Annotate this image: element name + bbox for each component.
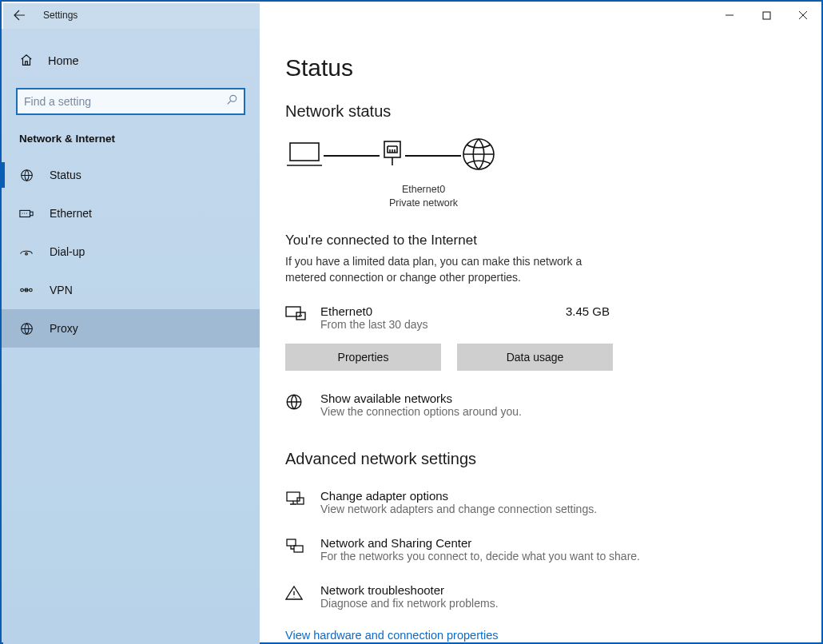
show-available-networks[interactable]: Show available networks View the connect… [285,392,789,418]
sharing-icon [285,536,306,563]
sidebar-item-label: Proxy [50,322,78,335]
sidebar: Home Network & Internet Status [2,29,260,642]
sidebar-item-label: Status [50,169,82,181]
svg-rect-3 [20,210,30,217]
home-label: Home [48,54,79,67]
adv-title: Network troubleshooter [320,583,499,597]
search-container [16,88,245,115]
available-sub: View the connection options around you. [320,405,522,418]
section-network-status: Network status [285,102,789,121]
search-input[interactable] [16,88,245,115]
svg-rect-13 [286,307,300,316]
globe-icon [285,392,306,418]
ethernet-card-icon [285,304,306,325]
network-sharing-center[interactable]: Network and Sharing Center For the netwo… [285,536,789,563]
adv-sub: Diagnose and fix network problems. [320,597,499,610]
connection-usage: 3.45 GB [566,304,613,318]
sidebar-item-label: Ethernet [50,207,92,220]
sidebar-item-status[interactable]: Status [2,156,260,194]
svg-rect-4 [30,212,34,216]
adv-title: Network and Sharing Center [320,536,640,550]
close-button[interactable] [785,2,821,29]
connected-description: If you have a limited data plan, you can… [285,253,621,286]
network-troubleshooter[interactable]: Network troubleshooter Diagnose and fix … [285,583,789,610]
connection-row: Ethernet0 From the last 30 days 3.45 GB [285,304,613,331]
svg-point-5 [26,252,28,255]
network-diagram [285,137,789,175]
svg-rect-18 [287,539,296,546]
proxy-icon [19,322,34,336]
diagram-line [405,155,461,157]
connection-buttons: Properties Data usage [285,344,789,371]
warning-icon [285,583,306,610]
svg-point-1 [230,95,237,101]
connection-name: Ethernet0 [320,304,551,318]
sidebar-section-header: Network & Internet [2,133,260,156]
back-button[interactable] [2,2,37,29]
vpn-icon [19,284,34,296]
arrow-left-icon [13,9,26,22]
ethernet-icon [19,208,34,219]
adv-title: Change adapter options [320,489,597,503]
svg-rect-10 [290,143,319,161]
home-icon [19,53,34,70]
minimize-button[interactable] [711,2,748,29]
adv-sub: For the networks you connect to, decide … [320,550,640,563]
data-usage-button[interactable]: Data usage [457,344,613,371]
section-advanced: Advanced network settings [285,450,789,468]
connection-subtitle: From the last 30 days [320,318,551,331]
svg-rect-19 [294,546,303,552]
home-nav[interactable]: Home [2,43,260,78]
maximize-icon [762,11,771,20]
internet-globe-icon [461,137,496,175]
adv-sub: View network adapters and change connect… [320,503,597,515]
globe-icon [19,169,34,182]
connected-heading: You're connected to the Internet [285,233,789,248]
svg-rect-0 [763,12,770,19]
diagram-labels: Ethernet0 Private network [380,183,467,210]
sidebar-item-dialup[interactable]: Dial-up [2,233,260,271]
page-title: Status [285,54,789,81]
window-title: Settings [43,10,78,21]
dialup-icon [19,246,34,257]
hardware-properties-link[interactable]: View hardware and connection properties [285,629,789,642]
main-content: Status Network status [260,29,821,642]
maximize-button[interactable] [748,2,785,29]
available-title: Show available networks [320,392,522,405]
change-adapter-options[interactable]: Change adapter options View network adap… [285,489,789,515]
sidebar-item-proxy[interactable]: Proxy [2,309,260,348]
computer-icon [285,138,324,173]
diagram-network-type: Private network [380,197,467,210]
svg-point-7 [30,288,33,292]
settings-window: Settings Home [0,0,823,644]
adapter-icon [380,138,405,173]
adapter-icon [285,489,306,515]
svg-point-6 [21,288,24,292]
minimize-icon [725,10,734,20]
properties-button[interactable]: Properties [285,344,441,371]
window-controls [711,2,821,29]
sidebar-item-label: VPN [50,284,73,296]
close-icon [798,10,808,20]
titlebar: Settings [2,2,821,29]
diagram-line [324,155,380,157]
sidebar-item-ethernet[interactable]: Ethernet [2,194,260,233]
sidebar-item-vpn[interactable]: VPN [2,271,260,309]
sidebar-item-label: Dial-up [50,245,85,258]
diagram-adapter-name: Ethernet0 [380,183,467,197]
